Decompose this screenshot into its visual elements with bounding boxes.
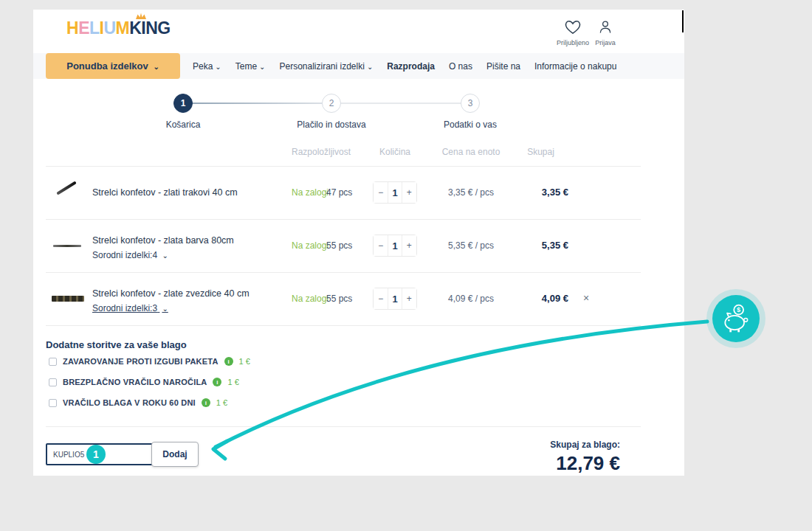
chevron-down-icon: ⌄ [367,63,373,71]
logo-letter: H [66,18,78,38]
nav-links: Peka⌄ Teme⌄ Personalizirani izdelki⌄ Raz… [193,53,616,79]
availability-status: Na zalogi [292,187,328,198]
logo-letter: E [78,18,89,38]
service-checkbox[interactable] [49,378,57,386]
info-icon[interactable]: i [202,398,210,407]
heart-icon [565,20,581,35]
stock-count: 47 pcs [326,187,352,198]
login-button[interactable]: Prijava [584,20,627,46]
quantity-value[interactable]: 1 [388,182,402,203]
service-checkbox[interactable] [49,358,57,366]
nav-products-button[interactable]: Ponudba izdelkov ⌄ [46,53,180,79]
service-price: 1 € [227,378,238,386]
text-cursor-artifact [682,10,684,32]
svg-text:$: $ [737,306,740,313]
remove-item-icon[interactable]: × [583,292,589,304]
nav-item-o-nas[interactable]: O nas [449,61,472,72]
line-total: 5,35 € [513,240,568,251]
stock-count: 55 pcs [326,294,352,304]
quantity-decrease-button[interactable]: − [374,182,388,203]
step-connector [183,103,331,104]
annotation-step-badge: 1 [86,445,106,464]
nav-item-pisite-na[interactable]: Pišite na [486,61,520,72]
product-thumbnail[interactable] [53,245,81,247]
product-name[interactable]: Strelci konfetov - zlata barva 80cm [92,235,234,246]
row-divider [46,219,641,220]
product-name[interactable]: Strelci konfetov - zlati trakovi 40 cm [92,187,238,198]
piggy-badge: $ [712,295,760,342]
product-thumbnail[interactable] [52,296,84,302]
chevron-down-icon: ⌄ [162,251,168,260]
quantity-stepper: − 1 + [373,181,417,204]
nav-item-peka[interactable]: Peka⌄ [193,61,221,72]
service-checkbox[interactable] [49,399,57,407]
main-panel: HELIUMKING Priljubljeno Prijava Ponudba … [33,10,684,476]
quantity-increase-button[interactable]: + [402,182,416,203]
related-products-link[interactable]: Sorodni izdelki:4 ⌄ [92,250,168,260]
quantity-decrease-button[interactable]: − [374,288,388,309]
availability-status: Na zalogi [292,294,328,304]
unit-price: 5,35 € / pcs [427,240,515,251]
step-3-label: Podatki o vas [411,119,529,130]
related-products-label: Sorodni izdelki:3 [92,303,157,313]
summary-label: Skupaj za blago: [472,440,620,450]
piggy-badge-halo: $ [706,289,765,348]
line-total: 4,09 € [513,293,568,304]
related-products-label: Sorodni izdelki:4 [92,250,157,260]
logo-letter: M [116,18,130,38]
service-option: ZAVAROVANJE PROTI IZGUBI PAKETA i 1 € [49,356,250,367]
row-divider [46,325,641,326]
nav-products-label: Ponudba izdelkov [66,60,148,72]
service-option: VRAČILO BLAGA V ROKU 60 DNI i 1 € [49,398,227,408]
product-thumbnail[interactable] [56,181,77,195]
info-icon[interactable]: i [224,357,233,366]
service-label: ZAVAROVANJE PROTI IZGUBI PAKETA [63,357,219,366]
nav-item-teme[interactable]: Teme⌄ [235,61,266,72]
quantity-decrease-button[interactable]: − [374,235,388,256]
quantity-increase-button[interactable]: + [402,288,416,309]
column-header-total: Skupaj [513,147,568,157]
logo-letter: L [89,18,100,38]
chevron-down-icon: ⌄ [259,63,265,71]
step-1-label: Košarica [124,119,242,130]
main-navigation: Ponudba izdelkov ⌄ Peka⌄ Teme⌄ Personali… [33,53,684,79]
coupon-area: 1 Dodaj [46,442,216,467]
service-price: 1 € [239,357,250,366]
nav-item-informacije[interactable]: Informacije o nakupu [534,61,616,72]
service-option: BREZPLAČNO VRAČILO NAROČILA i 1 € [49,377,239,387]
nav-item-label: Personalizirani izdelki [279,61,364,72]
coupon-add-button[interactable]: Dodaj [151,442,199,467]
nav-item-razprodaja[interactable]: Razprodaja [387,61,435,72]
nav-item-label: Teme [235,61,257,72]
step-2-label: Plačilo in dostava [272,119,390,130]
column-header-unit-price: Cena na enoto [427,147,515,157]
quantity-stepper: − 1 + [373,288,417,310]
step-connector [331,103,470,104]
service-price: 1 € [216,398,227,407]
summary-total: 12,79 € [472,452,620,475]
login-label: Prijava [584,39,627,46]
product-name[interactable]: Strelci konfetov - zlate zvezdice 40 cm [92,288,250,299]
footer-divider [46,426,641,427]
logo-king: KING [129,18,171,38]
service-label: BREZPLAČNO VRAČILO NAROČILA [63,378,207,386]
column-header-quantity: Količina [365,147,424,157]
info-icon[interactable]: i [213,378,221,386]
nav-item-personalizirani[interactable]: Personalizirani izdelki⌄ [279,61,373,72]
quantity-increase-button[interactable]: + [402,235,416,256]
chevron-down-icon: ⌄ [153,63,159,71]
related-products-link[interactable]: Sorodni izdelki:3 ⌄ [92,303,168,313]
crown-icon [135,13,147,20]
step-3-circle: 3 [461,94,480,113]
step-2-circle: 2 [322,94,341,113]
quantity-value[interactable]: 1 [388,235,402,256]
row-divider [46,166,641,167]
services-title: Dodatne storitve za vaše blago [46,339,187,350]
logo[interactable]: HELIUMKING [66,18,171,38]
stock-count: 55 pcs [326,240,352,251]
unit-price: 3,35 € / pcs [427,187,515,198]
quantity-value[interactable]: 1 [388,288,402,309]
quantity-stepper: − 1 + [373,235,417,257]
chevron-down-icon: ⌄ [215,63,221,71]
user-icon [598,20,613,35]
